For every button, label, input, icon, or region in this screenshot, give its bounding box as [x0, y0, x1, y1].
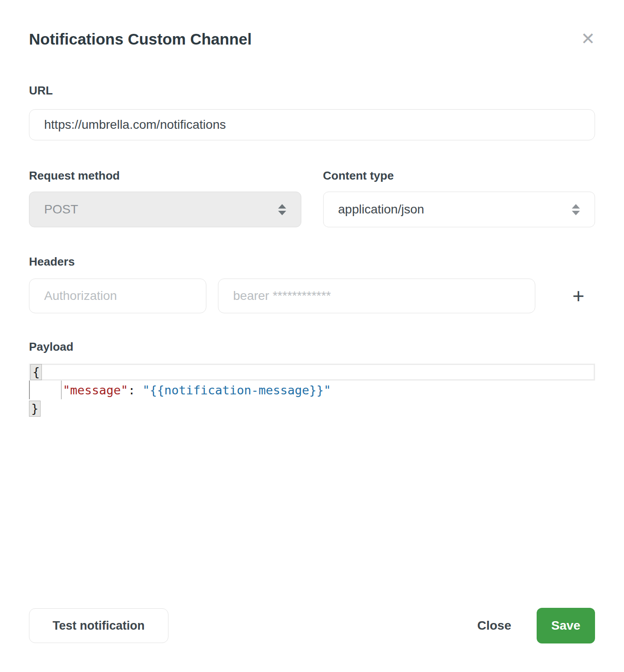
headers-row: + — [29, 279, 595, 313]
page-title: Notifications Custom Channel — [29, 30, 595, 48]
open-brace-token: { — [30, 364, 42, 380]
notifications-custom-channel-dialog: Notifications Custom Channel ✕ URL Reque… — [0, 0, 624, 672]
code-line: { — [29, 364, 595, 381]
json-value-token: "{{notification-message}}" — [143, 383, 331, 397]
content-type-value: application/json — [338, 202, 424, 217]
add-header-button[interactable]: + — [572, 286, 584, 306]
method-content-row: Request method POST Content type applica… — [29, 169, 595, 227]
payload-code-editor[interactable]: { "message": "{{notification-message}}" … — [29, 364, 595, 418]
header-name-input[interactable] — [29, 279, 206, 313]
content-type-field: Content type application/json — [323, 169, 595, 227]
dialog-header: Notifications Custom Channel ✕ — [29, 0, 595, 48]
request-method-label: Request method — [29, 169, 301, 183]
save-button[interactable]: Save — [537, 608, 595, 643]
text-cursor — [61, 381, 62, 399]
content-type-select[interactable]: application/json — [323, 192, 595, 227]
close-button[interactable]: Close — [477, 619, 511, 633]
code-line: } — [29, 399, 595, 418]
url-label: URL — [29, 84, 595, 98]
code-line: "message": "{{notification-message}}" — [29, 381, 595, 399]
close-brace-token: } — [29, 401, 41, 417]
test-notification-button[interactable]: Test notification — [29, 608, 168, 643]
request-method-select[interactable]: POST — [29, 192, 301, 227]
content-type-label: Content type — [323, 169, 595, 183]
json-key-token: "message" — [63, 383, 128, 397]
select-arrows-icon — [572, 204, 580, 215]
request-method-value: POST — [44, 202, 78, 217]
header-value-input[interactable] — [218, 279, 535, 313]
dialog-footer: Test notification Close Save — [29, 608, 595, 643]
select-arrows-icon — [278, 204, 286, 215]
request-method-field: Request method POST — [29, 169, 301, 227]
headers-label: Headers — [29, 255, 595, 269]
colon-token: : — [128, 383, 143, 397]
url-input[interactable] — [29, 109, 595, 140]
close-icon[interactable]: ✕ — [579, 29, 597, 49]
payload-label: Payload — [29, 340, 595, 354]
